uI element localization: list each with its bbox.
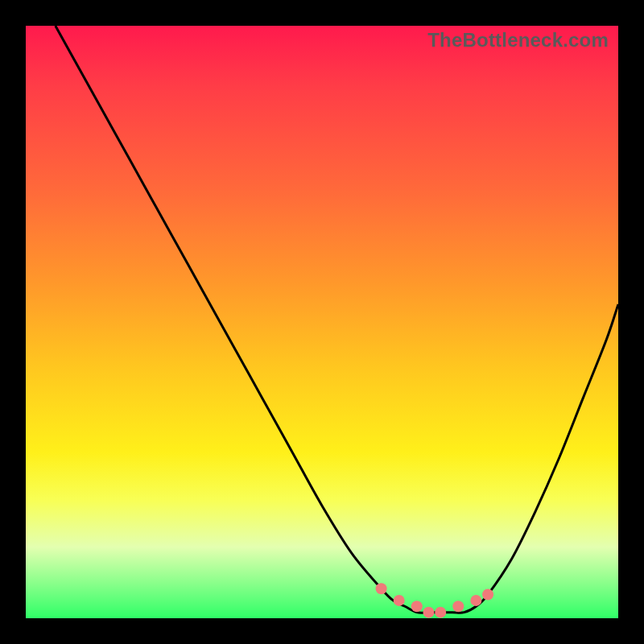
highlight-dot [470,595,481,606]
highlight-dot [394,595,405,606]
bottleneck-curve-svg [26,26,618,618]
bottleneck-curve-path [56,26,618,613]
highlight-dot [423,607,434,618]
highlight-dot [435,607,446,618]
highlight-dot [411,601,423,612]
highlight-dot [376,583,387,594]
highlight-dot [482,589,493,601]
chart-frame: TheBottleneck.com [0,0,644,644]
highlight-dot [452,601,464,612]
gradient-plot-area: TheBottleneck.com [26,26,618,618]
